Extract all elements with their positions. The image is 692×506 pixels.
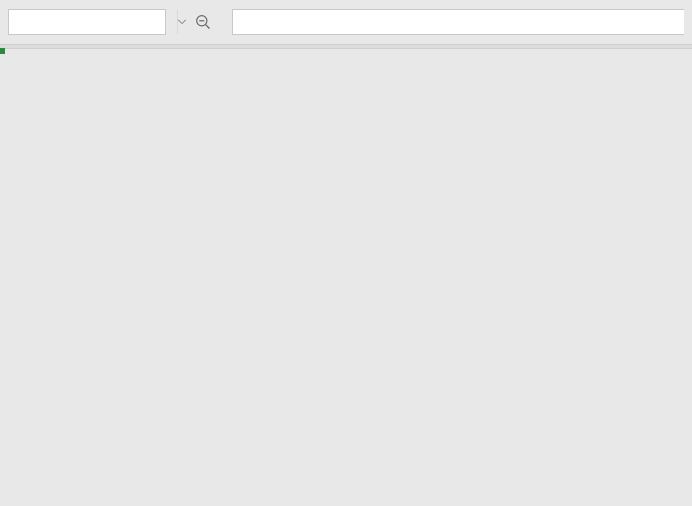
svg-line-2: [205, 24, 209, 28]
formula-bar-row: [0, 0, 692, 44]
toolbar-divider: [0, 44, 692, 49]
formula-group: [194, 9, 684, 35]
zoom-out-icon[interactable]: [194, 13, 212, 31]
formula-input[interactable]: [232, 9, 684, 35]
name-box[interactable]: [8, 9, 166, 35]
name-box-dropdown[interactable]: [177, 10, 186, 34]
chevron-down-icon: [178, 19, 186, 25]
selection-marquee: [0, 49, 4, 53]
name-box-input[interactable]: [9, 15, 177, 30]
